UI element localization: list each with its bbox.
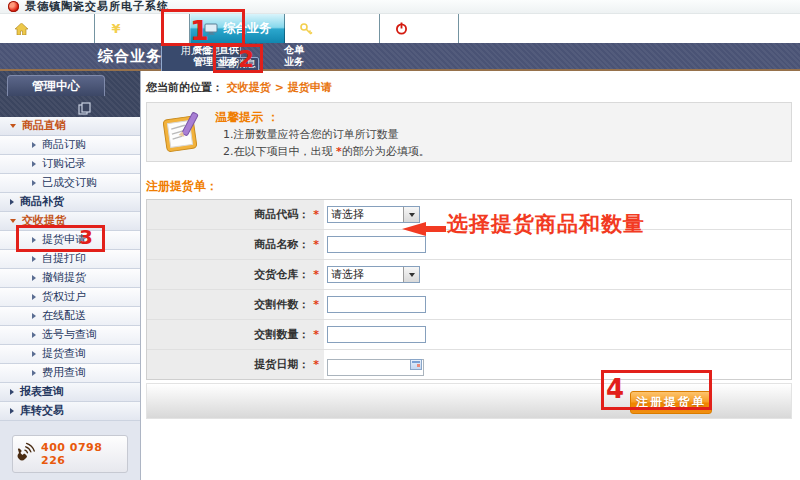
breadcrumb-path[interactable]: 交收提货 > 提货申请 bbox=[227, 81, 332, 94]
chevron-right-icon bbox=[32, 237, 36, 243]
sidebar-item-label: 货权过户 bbox=[42, 288, 86, 306]
delivery-pieces-input[interactable] bbox=[327, 296, 426, 313]
field-label: 交割件数：* bbox=[147, 290, 324, 319]
sidebar-item-pickup-query[interactable]: 提货查询 bbox=[0, 345, 140, 364]
sidebar-item-label: 在线配送 bbox=[42, 307, 86, 325]
notice-line-1: 1.注册数量应符合您的订单所订数量 bbox=[223, 127, 399, 142]
field-cell bbox=[324, 290, 791, 319]
chevron-right-icon bbox=[32, 142, 36, 148]
sidebar-item-order-records[interactable]: 订购记录 bbox=[0, 155, 140, 174]
chevron-down-icon bbox=[10, 219, 16, 223]
sidebar-item-label: 商品直销 bbox=[22, 117, 66, 135]
required-asterisk: * bbox=[313, 208, 319, 221]
chevron-right-icon bbox=[10, 199, 14, 205]
collapse-panel-icon[interactable] bbox=[78, 100, 91, 119]
subnav-section-title: 综合业务 bbox=[96, 43, 164, 69]
sidebar-item-cancel-pickup[interactable]: 撤销提货 bbox=[0, 269, 140, 288]
sidebar-item-fee-query[interactable]: 费用查询 bbox=[0, 364, 140, 383]
field-cell: 请选择 bbox=[324, 260, 791, 289]
menu-item-label: 市场主页 bbox=[33, 20, 81, 37]
calendar-icon[interactable] bbox=[410, 359, 422, 370]
sidebar-item-self-pickup-print[interactable]: 自提打印 bbox=[0, 250, 140, 269]
delivery-warehouse-select[interactable]: 请选择 bbox=[327, 266, 420, 283]
sidebar-menu: 商品直销 商品订购 订购记录 已成交订购 商品补货 交收提货 提货申请 自提打印… bbox=[0, 117, 140, 421]
top-menu-bar: 市场主页 ¥ 直供系统 综合业务 修改密码 退 出 bbox=[0, 14, 800, 43]
main-content: 您当前的位置： 交收提货 > 提货申请 温馨提示 ： 1.注册数量应符合您的订单… bbox=[141, 71, 800, 480]
chevron-down-icon bbox=[10, 124, 16, 128]
sidebar-item-online-delivery[interactable]: 在线配送 bbox=[0, 307, 140, 326]
menu-item-change-password[interactable]: 修改密码 bbox=[285, 14, 380, 43]
sub-nav-bar: 用户信息 查看消息 综合业务 资金 管理 直供 业务 仓单 业务 bbox=[0, 43, 800, 71]
sidebar-group-product-restock[interactable]: 商品补货 bbox=[0, 193, 140, 212]
chevron-right-icon bbox=[32, 332, 36, 338]
hotline-number: 400 0798 226 bbox=[41, 441, 127, 467]
key-icon bbox=[299, 22, 313, 35]
chevron-right-icon bbox=[32, 294, 36, 300]
pickup-registration-form: 商品代码：* 请选择 商品名称：* 交货仓库：* 请选择 bbox=[146, 199, 792, 380]
sidebar-item-label: 费用查询 bbox=[42, 364, 86, 382]
product-name-input[interactable] bbox=[327, 236, 426, 253]
required-asterisk: * bbox=[313, 298, 319, 311]
title-bar: 景德镇陶瓷交易所电子系统 bbox=[0, 0, 800, 14]
field-label: 商品名称：* bbox=[147, 230, 324, 259]
sidebar-item-pickup-application[interactable]: 提货申请 bbox=[0, 231, 140, 250]
register-pickup-button[interactable]: 注册提货单 bbox=[630, 391, 712, 414]
chevron-right-icon bbox=[32, 256, 36, 262]
notice-line-2-text: 的部分为必填项。 bbox=[342, 145, 430, 158]
form-row-delivery-warehouse: 交货仓库：* 请选择 bbox=[147, 260, 791, 290]
sidebar-item-label: 库转交易 bbox=[20, 402, 64, 420]
hotline-panel: 400 0798 226 bbox=[12, 435, 128, 473]
power-icon bbox=[394, 22, 408, 35]
menu-item-logout[interactable]: 退 出 bbox=[380, 14, 459, 43]
subnav-tab-warehouse-receipt-business[interactable]: 仓单 业务 bbox=[274, 44, 314, 68]
product-code-select[interactable]: 请选择 bbox=[327, 206, 420, 223]
form-row-product-code: 商品代码：* 请选择 bbox=[147, 200, 791, 230]
field-label: 提货日期：* bbox=[147, 350, 324, 379]
form-row-pickup-date: 提货日期：* bbox=[147, 350, 791, 379]
notice-line-2-text: 2.在以下项目中，出现 bbox=[223, 145, 336, 158]
sidebar-group-product-direct-sale[interactable]: 商品直销 bbox=[0, 117, 140, 136]
menu-item-market-home[interactable]: 市场主页 bbox=[0, 14, 95, 43]
sidebar-item-label: 撤销提货 bbox=[42, 269, 86, 287]
chevron-right-icon bbox=[32, 370, 36, 376]
sidebar-group-warehouse-transfer-trade[interactable]: 库转交易 bbox=[0, 402, 140, 421]
sidebar-item-label: 商品订购 bbox=[42, 136, 86, 154]
menu-item-label: 修改密码 bbox=[318, 20, 366, 37]
breadcrumb-prefix: 您当前的位置： bbox=[146, 81, 223, 94]
dropdown-arrow-icon bbox=[403, 267, 419, 282]
sidebar-group-report-query[interactable]: 报表查询 bbox=[0, 383, 140, 402]
tab-label-line: 业务 bbox=[274, 56, 314, 68]
menu-item-label: 退 出 bbox=[413, 20, 445, 37]
yen-icon: ¥ bbox=[109, 22, 123, 35]
required-asterisk: * bbox=[313, 358, 319, 371]
sidebar-item-label: 报表查询 bbox=[20, 383, 64, 401]
subnav-tab-direct-supply-business[interactable]: 直供 业务 bbox=[209, 44, 249, 68]
pickup-date-field bbox=[327, 356, 424, 373]
required-asterisk: * bbox=[313, 238, 319, 251]
home-icon bbox=[14, 22, 28, 35]
select-value: 请选择 bbox=[328, 267, 403, 282]
field-cell bbox=[324, 230, 791, 259]
sidebar-item-label: 提货查询 bbox=[42, 345, 86, 363]
sidebar-item-ownership-transfer[interactable]: 货权过户 bbox=[0, 288, 140, 307]
menu-item-integrated-business[interactable]: 综合业务 bbox=[190, 14, 285, 43]
sidebar-item-label: 订购记录 bbox=[42, 155, 86, 173]
sidebar-item-label: 提货申请 bbox=[42, 231, 86, 249]
sidebar-group-delivery-pickup[interactable]: 交收提货 bbox=[0, 212, 140, 231]
field-cell bbox=[324, 350, 791, 379]
menu-item-direct-supply[interactable]: ¥ 直供系统 bbox=[95, 14, 190, 43]
sidebar-item-label: 交收提货 bbox=[22, 212, 66, 230]
chevron-right-icon bbox=[32, 275, 36, 281]
sidebar-item-product-order[interactable]: 商品订购 bbox=[0, 136, 140, 155]
sidebar-item-completed-orders[interactable]: 已成交订购 bbox=[0, 174, 140, 193]
chevron-right-icon bbox=[32, 180, 36, 186]
clipboard-pencil-icon bbox=[161, 110, 207, 158]
field-cell: 请选择 bbox=[324, 200, 791, 229]
chevron-right-icon bbox=[10, 389, 14, 395]
delivery-quantity-input[interactable] bbox=[327, 326, 426, 343]
sidebar-tab-management-center[interactable]: 管理中心 bbox=[7, 75, 105, 96]
menu-item-label: 直供系统 bbox=[128, 20, 176, 37]
chevron-right-icon bbox=[10, 408, 14, 414]
form-row-delivery-pieces: 交割件数：* bbox=[147, 290, 791, 320]
sidebar-item-number-selection-query[interactable]: 选号与查询 bbox=[0, 326, 140, 345]
